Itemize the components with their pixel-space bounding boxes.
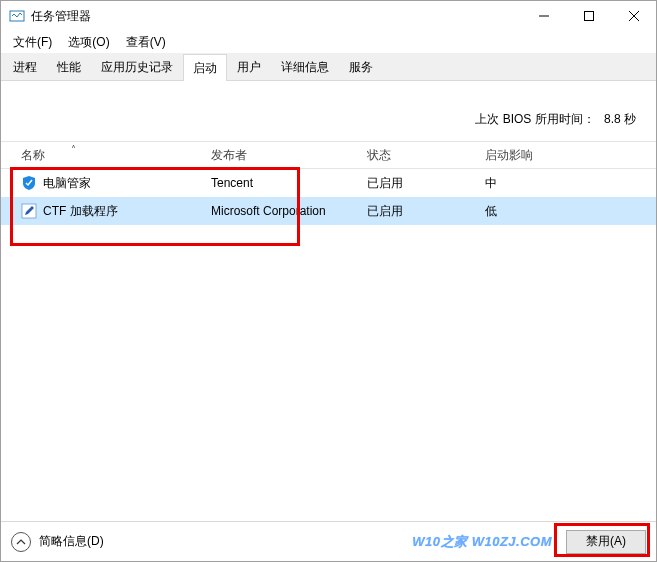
svg-rect-2 bbox=[584, 12, 593, 21]
fewer-details-link[interactable]: 简略信息(D) bbox=[39, 533, 104, 550]
menu-options[interactable]: 选项(O) bbox=[60, 32, 117, 53]
tab-performance[interactable]: 性能 bbox=[47, 53, 91, 80]
row-impact: 低 bbox=[485, 203, 656, 220]
content-area: 上次 BIOS 所用时间： 8.8 秒 ˄ 名称 发布者 状态 启动影响 电脑管… bbox=[1, 81, 656, 521]
window-title: 任务管理器 bbox=[31, 8, 91, 25]
row-status: 已启用 bbox=[367, 203, 485, 220]
tab-app-history[interactable]: 应用历史记录 bbox=[91, 53, 183, 80]
maximize-button[interactable] bbox=[566, 1, 611, 31]
row-name: 电脑管家 bbox=[43, 175, 91, 192]
table-row[interactable]: 电脑管家 Tencent 已启用 中 bbox=[1, 169, 656, 197]
col-header-status[interactable]: 状态 bbox=[367, 147, 485, 164]
menu-file[interactable]: 文件(F) bbox=[5, 32, 60, 53]
shield-icon bbox=[21, 175, 37, 191]
window-controls bbox=[521, 1, 656, 31]
col-header-publisher[interactable]: 发布者 bbox=[211, 147, 367, 164]
col-header-name[interactable]: ˄ 名称 bbox=[1, 147, 211, 164]
tab-details[interactable]: 详细信息 bbox=[271, 53, 339, 80]
bios-time: 上次 BIOS 所用时间： 8.8 秒 bbox=[475, 111, 636, 128]
chevron-up-icon[interactable] bbox=[11, 532, 31, 552]
app-icon bbox=[9, 8, 25, 24]
sort-caret-icon: ˄ bbox=[71, 144, 76, 155]
rows-container: 电脑管家 Tencent 已启用 中 CTF 加载程序 Microsoft Co… bbox=[1, 169, 656, 225]
row-status: 已启用 bbox=[367, 175, 485, 192]
tab-processes[interactable]: 进程 bbox=[3, 53, 47, 80]
menu-bar: 文件(F) 选项(O) 查看(V) bbox=[1, 31, 656, 53]
row-impact: 中 bbox=[485, 175, 656, 192]
tab-services[interactable]: 服务 bbox=[339, 53, 383, 80]
minimize-button[interactable] bbox=[521, 1, 566, 31]
bios-label: 上次 BIOS 所用时间： bbox=[475, 112, 594, 126]
watermark-text: W10之家 W10ZJ.COM bbox=[412, 533, 552, 551]
pencil-icon bbox=[21, 203, 37, 219]
footer-bar: 简略信息(D) W10之家 W10ZJ.COM 禁用(A) bbox=[1, 521, 656, 561]
disable-button[interactable]: 禁用(A) bbox=[566, 530, 646, 554]
table-row[interactable]: CTF 加载程序 Microsoft Corporation 已启用 低 bbox=[1, 197, 656, 225]
row-publisher: Tencent bbox=[211, 176, 367, 190]
row-publisher: Microsoft Corporation bbox=[211, 204, 367, 218]
row-name: CTF 加载程序 bbox=[43, 203, 118, 220]
column-headers: ˄ 名称 发布者 状态 启动影响 bbox=[1, 141, 656, 169]
bios-value: 8.8 秒 bbox=[604, 112, 636, 126]
col-header-impact[interactable]: 启动影响 bbox=[485, 147, 656, 164]
startup-grid: ˄ 名称 发布者 状态 启动影响 电脑管家 Tencent 已启用 中 bbox=[1, 141, 656, 225]
tab-bar: 进程 性能 应用历史记录 启动 用户 详细信息 服务 bbox=[1, 53, 656, 81]
menu-view[interactable]: 查看(V) bbox=[118, 32, 174, 53]
tab-startup[interactable]: 启动 bbox=[183, 54, 227, 81]
tab-users[interactable]: 用户 bbox=[227, 53, 271, 80]
close-button[interactable] bbox=[611, 1, 656, 31]
title-bar: 任务管理器 bbox=[1, 1, 656, 31]
